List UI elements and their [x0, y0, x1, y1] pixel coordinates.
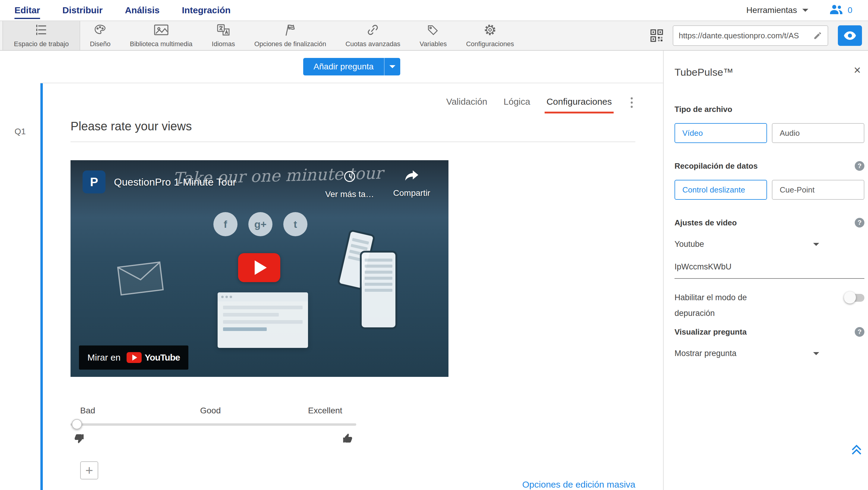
question-id-label: Q1: [14, 127, 26, 136]
tool-label: Opciones de finalización: [254, 40, 326, 48]
debug-mode-label: Habilitar el modo de depuración: [675, 290, 771, 321]
option-audio[interactable]: Audio: [772, 123, 864, 143]
editor-toolbar: Espacio de trabajo Diseño Biblioteca mul…: [0, 21, 868, 51]
slider-thumb[interactable]: [72, 419, 82, 429]
file-type-options: Vídeo Audio: [675, 123, 864, 143]
tools-dropdown[interactable]: Herramientas: [746, 5, 808, 15]
image-icon: [153, 23, 169, 38]
video-id-field[interactable]: IpWccmsKWbU: [675, 262, 864, 279]
tool-label: Espacio de trabajo: [14, 40, 69, 48]
add-question-dropdown-button[interactable]: [384, 58, 400, 76]
tool-biblioteca-multimedia[interactable]: Biblioteca multimedia: [120, 21, 202, 50]
survey-url-box: [673, 25, 828, 46]
tool-opciones-de-finalizacion[interactable]: Opciones de finalización: [245, 21, 336, 50]
tab-validacion[interactable]: Validación: [446, 96, 487, 113]
chevron-down-icon: [390, 65, 396, 68]
thumbs-row: [70, 432, 356, 447]
display-question-label: Visualizar pregunta ?: [675, 327, 864, 337]
toggle-knob: [844, 291, 856, 304]
translate-icon: [216, 23, 230, 38]
tool-label: Biblioteca multimedia: [130, 40, 193, 48]
file-type-label: Tipo de archivo: [675, 105, 864, 114]
share-button[interactable]: Compartir: [386, 170, 438, 198]
online-users-button[interactable]: 0: [829, 4, 852, 17]
tool-label: Configuraciones: [466, 40, 514, 48]
tool-label: Variables: [420, 40, 447, 48]
user-count: 0: [847, 5, 852, 15]
help-icon[interactable]: ?: [855, 327, 864, 337]
more-options-icon[interactable]: [628, 97, 635, 110]
panel-title: TubePulse™: [675, 66, 864, 78]
survey-url-input[interactable]: [679, 31, 809, 40]
data-collection-label: Recopilación de datos ?: [675, 161, 864, 171]
youtube-play-button[interactable]: [238, 253, 280, 282]
nav-distribuir[interactable]: Distribuir: [62, 1, 102, 19]
tool-cuotas-avanzadas[interactable]: Cuotas avanzadas: [336, 21, 410, 50]
add-question-bar: Añadir pregunta: [40, 51, 663, 83]
debug-mode-toggle[interactable]: [844, 291, 864, 304]
help-icon[interactable]: ?: [855, 218, 864, 228]
nav-analisis[interactable]: Análisis: [125, 1, 159, 19]
display-question-select[interactable]: Mostrar pregunta: [675, 349, 819, 358]
option-control-deslizante[interactable]: Control deslizante: [675, 180, 767, 200]
chevron-down-icon: [813, 243, 819, 246]
slider-label-good: Good: [200, 406, 221, 415]
youtube-play-logo-icon: [127, 352, 142, 363]
provider-select[interactable]: Youtube: [675, 239, 819, 249]
twitter-icon[interactable]: t: [283, 212, 307, 236]
watch-on-youtube-button[interactable]: Mirar en YouTube: [79, 345, 188, 370]
slider-track[interactable]: [70, 423, 356, 426]
add-question-split-button: Añadir pregunta: [303, 58, 400, 76]
googleplus-icon[interactable]: g+: [248, 212, 273, 236]
tool-idiomas[interactable]: Idiomas: [202, 21, 245, 50]
video-title[interactable]: QuestionPro 1-Minute Tour: [114, 176, 236, 188]
preview-button[interactable]: [838, 25, 862, 46]
close-icon[interactable]: ×: [854, 64, 861, 76]
bulk-edit-link[interactable]: Opciones de edición masiva: [70, 480, 635, 490]
video-settings-label: Ajustes de video ?: [675, 218, 864, 228]
tool-espacio-de-trabajo[interactable]: Espacio de trabajo: [2, 21, 80, 50]
question-card: Validación Lógica Configuraciones Please…: [40, 83, 663, 490]
top-nav: Editar Distribuir Análisis Integración H…: [0, 0, 868, 21]
tool-configuraciones[interactable]: Configuraciones: [456, 21, 524, 50]
option-cue-point[interactable]: Cue-Point: [772, 180, 864, 200]
tab-logica[interactable]: Lógica: [504, 96, 530, 113]
facebook-icon[interactable]: f: [213, 212, 238, 236]
option-video[interactable]: Vídeo: [675, 123, 767, 143]
tool-label: Diseño: [90, 40, 110, 48]
nav-integracion[interactable]: Integración: [182, 1, 230, 19]
title-divider: [70, 142, 635, 142]
tubepulse-settings-panel: TubePulse™ × Tipo de archivo Vídeo Audio…: [663, 51, 868, 490]
tag-icon: [426, 23, 440, 38]
envelope-illustration: [117, 262, 164, 296]
provider-value: Youtube: [675, 239, 704, 249]
debug-mode-row: Habilitar el modo de depuración: [675, 290, 864, 321]
tab-configuraciones[interactable]: Configuraciones: [547, 96, 612, 113]
add-element-button[interactable]: +: [80, 461, 98, 480]
tool-variables[interactable]: Variables: [410, 21, 456, 50]
watch-on-label: Mirar en: [87, 352, 121, 363]
palette-icon: [93, 23, 107, 38]
add-question-button[interactable]: Añadir pregunta: [303, 58, 384, 76]
play-icon: [255, 260, 267, 275]
youtube-brand-label: YouTube: [145, 352, 180, 363]
youtube-logo: YouTube: [127, 352, 180, 363]
watch-later-button[interactable]: Ver más ta…: [321, 170, 378, 199]
data-collection-label-text: Recopilación de datos: [675, 162, 758, 171]
workspace: Q1 Añadir pregunta Validación Lógica Con…: [0, 51, 868, 490]
workspace-icon: [34, 23, 49, 38]
collapse-panel-button[interactable]: [850, 443, 863, 457]
topnav-right: Herramientas 0: [746, 4, 852, 17]
slider-label-excellent: Excellent: [308, 406, 342, 415]
youtube-video-player: Take our one minute tour P QuestionPro 1…: [70, 160, 448, 377]
thumbs-up-icon: [342, 432, 354, 447]
rating-slider: Bad Good Excellent: [70, 406, 356, 447]
browser-illustration: [218, 292, 308, 348]
tool-diseno[interactable]: Diseño: [80, 21, 120, 50]
qr-code-icon[interactable]: [650, 29, 663, 42]
phone-illustration: [360, 251, 397, 329]
pencil-icon[interactable]: [813, 31, 822, 40]
nav-editar[interactable]: Editar: [14, 1, 40, 19]
channel-avatar[interactable]: P: [83, 171, 105, 194]
help-icon[interactable]: ?: [855, 161, 864, 171]
